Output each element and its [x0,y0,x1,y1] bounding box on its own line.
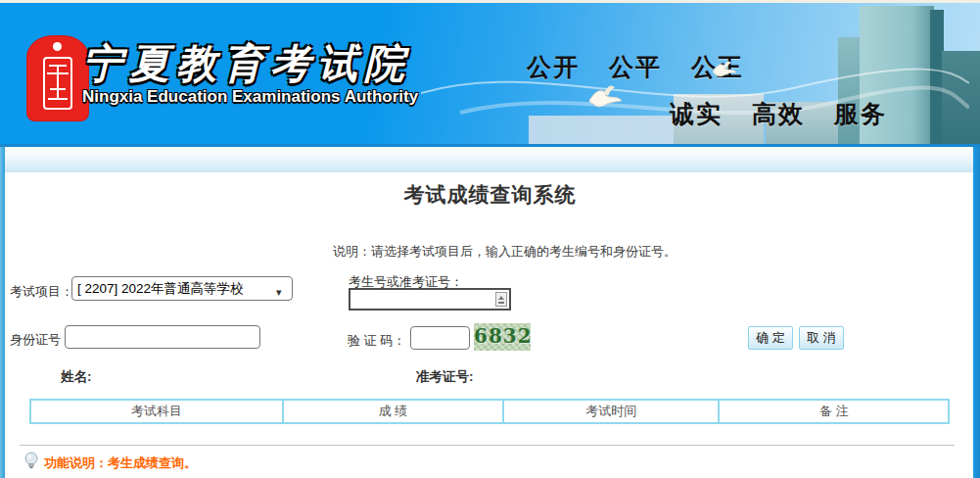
footer-note-text: 考生成绩查询。 [108,455,197,470]
slogan-word: 公平 [609,53,662,80]
captcha-label: 验 证 码： [348,332,405,350]
admission-no-label: 准考证号: [416,368,474,386]
results-table: 考试科目 成 绩 考试时间 备 注 [29,399,950,424]
cancel-button[interactable]: 取 消 [799,326,844,350]
candidate-no-input[interactable] [350,290,493,309]
slogan-word: 高效 [752,100,805,127]
seal-glyph [43,57,72,110]
col-exam-time: 考试时间 [503,400,719,423]
subheader-band [5,147,973,172]
slogan-word: 诚实 [670,100,723,127]
bulb-icon [23,452,39,469]
seal-logo [26,35,89,121]
id-number-input[interactable] [65,325,260,349]
site-title-english: Ningxia Education Examinations Authority [82,87,503,107]
dove-icon [585,80,623,112]
candidate-no-field-frame [349,288,511,311]
seal-dot [53,42,62,51]
col-score: 成 绩 [283,400,503,423]
page-title: 考试成绩查询系统 [0,181,980,209]
name-label: 姓名: [61,368,92,386]
page: 宁夏教育考试院 Ningxia Education Examinations A… [0,0,980,478]
slogan-word: 服务 [834,100,887,127]
top-strip [0,0,980,3]
captcha-input[interactable] [410,326,470,350]
header-banner: 宁夏教育考试院 Ningxia Education Examinations A… [0,0,980,144]
slogan-bottom: 诚实高效服务 [670,98,916,130]
footer-note: 功能说明：考生成绩查询。 [44,454,197,472]
table-header-row: 考试科目 成 绩 考试时间 备 注 [30,400,949,423]
exam-project-select[interactable]: [ 2207] 2022年普通高等学校 ▾ [71,276,293,301]
footer-divider [20,445,955,446]
chevron-down-icon: ▾ [276,281,288,295]
dove-icon [710,57,737,80]
col-remark: 备 注 [719,400,949,423]
autofill-icon[interactable] [495,292,507,307]
confirm-button[interactable]: 确 定 [748,326,793,350]
col-exam-subject: 考试科目 [30,400,283,423]
instruction-text: 说明：请选择考试项目后，输入正确的考生编号和身份证号。 [333,243,677,261]
site-title-chinese: 宁夏教育考试院 [82,37,493,91]
slogan-word: 公开 [527,53,580,80]
exam-project-label: 考试项目： [10,283,73,301]
captcha-image[interactable]: 6832 [474,323,531,351]
footer-note-label: 功能说明： [44,455,108,470]
exam-project-selected-value: [ 2207] 2022年普通高等学校 [77,281,244,296]
